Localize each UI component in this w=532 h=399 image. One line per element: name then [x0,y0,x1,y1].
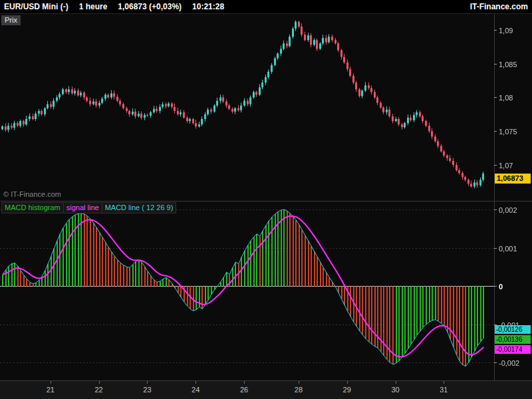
time-axis-label: 31 [440,386,448,394]
legend-signal-line[interactable]: signal line [63,202,102,213]
time-axis-tick [99,381,100,384]
time-axis-tick [444,381,444,384]
histogram-value-tag: -0,00136 [495,335,531,344]
time-axis-tick [196,381,196,384]
price-chart-canvas[interactable] [0,14,532,201]
legend-macd-line[interactable]: MACD line ( 12 26 9) [102,202,177,213]
quote-header: EUR/USD Mini (-) 1 heure 1,06873 (+0,03%… [0,0,532,14]
time-axis-tick [396,381,396,384]
time-axis-label: 21 [47,386,55,394]
time-axis-label: 28 [295,386,303,394]
trading-app-window: EUR/USD Mini (-) 1 heure 1,06873 (+0,03%… [0,0,532,399]
clock-label: 10:21:28 [192,2,224,11]
time-axis-tick [51,381,51,384]
legend-macd-histogram[interactable]: MACD histogram [1,202,64,213]
timeframe-label: 1 heure [79,2,108,11]
macd-legend: MACD histogram signal line MACD line ( 1… [2,202,176,213]
symbol-label: EUR/USD Mini (-) [4,2,68,11]
signal-value-tag: -0,00174 [495,345,531,354]
time-axis-tick [147,381,148,384]
time-axis-label: 22 [94,386,102,394]
macd-chart-canvas[interactable] [0,201,532,380]
time-axis[interactable]: 212223242628293031 [0,380,532,399]
time-axis-tick [299,381,299,384]
last-price-tag: 1,06873 [495,174,531,184]
time-axis-label: 29 [343,386,351,394]
brand-label: IT-Finance.com [470,2,528,11]
watermark-label: © IT-Finance.com [3,190,61,198]
time-axis-tick [244,381,245,384]
time-axis-label: 24 [192,386,200,394]
time-axis-label: 30 [391,386,399,394]
time-axis-label: 26 [240,386,248,394]
macd-line-value-tag: -0,00126 [495,325,531,334]
time-axis-tick [347,381,348,384]
time-axis-label: 23 [143,386,151,394]
quote-label: 1,06873 (+0,03%) [118,2,182,11]
price-panel-tab: Prix [1,15,21,25]
